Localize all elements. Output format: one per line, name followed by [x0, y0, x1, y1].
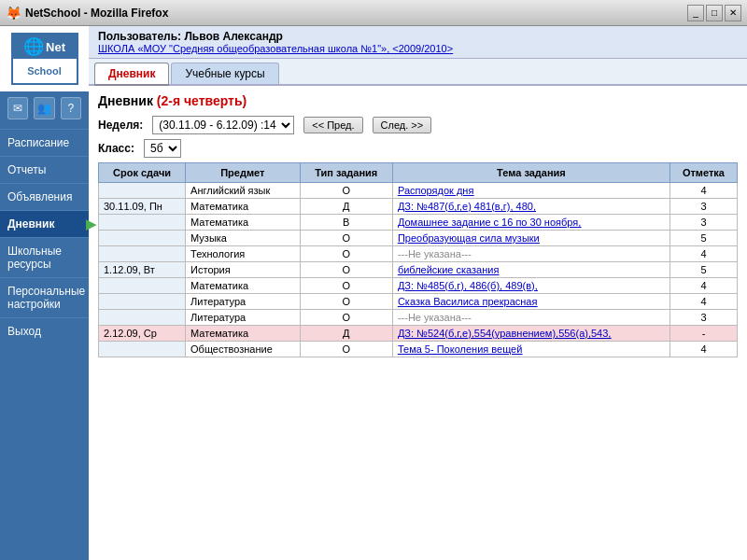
cell-type: В: [300, 215, 392, 231]
content-area: Дневник (2-я четверть) Неделя: (30.11.09…: [89, 86, 747, 560]
table-row: ЛитератураОСказка Василиса прекрасная4: [99, 294, 738, 310]
table-row: МатематикаОДЗ: №485(б,г), 486(б), 489(в)…: [99, 278, 738, 294]
cell-type: О: [300, 294, 392, 310]
table-row: Английский языкОРаспорядок дня4: [99, 183, 738, 199]
topic-link[interactable]: ДЗ: №524(б,г,е),554(уравнением),556(а),5…: [398, 328, 612, 339]
header: Пользователь: Львов Александр ШКОЛА «МОУ…: [89, 26, 747, 59]
sidebar-item-announcements[interactable]: Объявления: [0, 183, 89, 210]
cell-topic[interactable]: ДЗ: №524(б,г,е),554(уравнением),556(а),5…: [392, 326, 669, 342]
week-label: Неделя:: [98, 119, 143, 132]
cell-grade: 5: [669, 231, 737, 246]
col-date: Срок сдачи: [99, 163, 186, 183]
cell-subject: Математика: [186, 199, 300, 215]
cell-topic[interactable]: Сказка Василиса прекрасная: [392, 294, 669, 310]
cell-date: 1.12.09, Вт: [99, 262, 186, 278]
sidebar-label-reports: Отчеты: [7, 163, 46, 176]
tab-courses[interactable]: Учебные курсы: [171, 63, 278, 84]
user-name: Пользователь: Львов Александр: [98, 30, 738, 43]
sidebar-item-logout[interactable]: Выход: [0, 317, 89, 344]
cell-subject: История: [186, 262, 300, 278]
table-row: МатематикаВДомашнее задание с 16 по 30 н…: [99, 215, 738, 231]
prev-week-button[interactable]: << Пред.: [303, 117, 362, 133]
cell-type: О: [300, 278, 392, 294]
cell-type: О: [300, 231, 392, 246]
sidebar-item-diary[interactable]: Дневник: [0, 210, 89, 237]
class-controls: Класс: 5б: [98, 139, 738, 158]
cell-date: [99, 278, 186, 294]
app-container: 🌐 Net School ✉ 👥 ? Расписание Отчеты Объ…: [0, 26, 747, 560]
cell-date: [99, 215, 186, 231]
cell-date: [99, 342, 186, 357]
minimize-button[interactable]: _: [687, 5, 704, 21]
maximize-button[interactable]: □: [706, 5, 723, 21]
sidebar-menu: Расписание Отчеты Объявления Дневник Шко…: [0, 129, 89, 344]
sidebar-label-schedule: Расписание: [7, 136, 69, 149]
cell-date: [99, 183, 186, 199]
page-title: Дневник (2-я четверть): [98, 93, 738, 108]
cell-subject: Технология: [186, 246, 300, 262]
topic-link[interactable]: ДЗ: №485(б,г), 486(б), 489(в),: [398, 280, 538, 291]
cell-subject: Математика: [186, 278, 300, 294]
cell-grade: 3: [669, 199, 737, 215]
cell-grade: 5: [669, 262, 737, 278]
class-select[interactable]: 5б: [144, 139, 181, 158]
cell-date: [99, 231, 186, 246]
cell-topic[interactable]: ДЗ: №485(б,г), 486(б), 489(в),: [392, 278, 669, 294]
cell-topic[interactable]: Преобразующая сила музыки: [392, 231, 669, 246]
table-body: Английский языкОРаспорядок дня430.11.09,…: [99, 183, 738, 357]
help-icon[interactable]: ?: [61, 97, 81, 119]
col-subject: Предмет: [186, 163, 300, 183]
class-label: Класс:: [98, 142, 134, 155]
cell-grade: 4: [669, 183, 737, 199]
col-topic: Тема задания: [392, 163, 669, 183]
topic-link[interactable]: Распорядок дня: [398, 185, 473, 196]
table-header: Срок сдачи Предмет Тип задания Тема зада…: [99, 163, 738, 183]
cell-subject: Литература: [186, 310, 300, 326]
cell-grade: 3: [669, 310, 737, 326]
cell-topic[interactable]: библейские сказания: [392, 262, 669, 278]
logo-net-text: Net: [46, 40, 65, 54]
next-week-button[interactable]: След. >>: [373, 117, 432, 133]
sidebar-item-settings[interactable]: Персональные настройки: [0, 277, 89, 317]
cell-topic[interactable]: Тема 5- Поколения вещей: [392, 342, 669, 357]
sidebar: 🌐 Net School ✉ 👥 ? Расписание Отчеты Объ…: [0, 26, 89, 560]
cell-date: 2.12.09, Ср: [99, 326, 186, 342]
topic-link[interactable]: ДЗ: №487(б,г,е) 481(в,г), 480,: [398, 201, 536, 212]
cell-grade: -: [669, 326, 737, 342]
logo-top: 🌐 Net: [13, 35, 77, 59]
sidebar-item-reports[interactable]: Отчеты: [0, 156, 89, 183]
logo-bottom: School: [13, 59, 77, 83]
tab-diary-label: Дневник: [108, 67, 155, 80]
sidebar-icon-bar: ✉ 👥 ?: [0, 91, 89, 125]
cell-topic[interactable]: Распорядок дня: [392, 183, 669, 199]
diary-table: Срок сдачи Предмет Тип задания Тема зада…: [98, 162, 738, 357]
cell-type: Д: [300, 199, 392, 215]
topic-link[interactable]: Преобразующая сила музыки: [398, 232, 540, 244]
topic-link[interactable]: Сказка Василиса прекрасная: [398, 296, 538, 307]
tab-diary[interactable]: Дневник: [94, 63, 169, 86]
cell-subject: Литература: [186, 294, 300, 310]
sidebar-item-resources[interactable]: Школьные ресурсы: [0, 237, 89, 277]
cell-grade: 4: [669, 278, 737, 294]
topic-link[interactable]: Тема 5- Поколения вещей: [398, 343, 522, 355]
window-title: NetSchool - Mozilla Firefox: [25, 7, 687, 20]
cell-date: [99, 294, 186, 310]
cell-subject: Обществознание: [186, 342, 300, 357]
cell-topic[interactable]: ДЗ: №487(б,г,е) 481(в,г), 480,: [392, 199, 669, 215]
col-grade: Отметка: [669, 163, 737, 183]
close-button[interactable]: ✕: [725, 5, 741, 21]
logo-area: 🌐 Net School: [0, 26, 89, 91]
school-link[interactable]: ШКОЛА «МОУ "Средняя общеобразовательная …: [98, 43, 738, 54]
cell-subject: Математика: [186, 215, 300, 231]
sidebar-label-resources: Школьные ресурсы: [7, 245, 62, 271]
mail-icon[interactable]: ✉: [7, 97, 28, 119]
topic-link[interactable]: Домашнее задание с 16 по 30 ноября,: [398, 217, 581, 228]
cell-date: [99, 246, 186, 262]
week-select[interactable]: (30.11.09 - 6.12.09) :14: [152, 116, 294, 134]
cell-topic[interactable]: Домашнее задание с 16 по 30 ноября,: [392, 215, 669, 231]
users-icon[interactable]: 👥: [34, 97, 54, 119]
sidebar-item-schedule[interactable]: Расписание: [0, 129, 89, 156]
logo: 🌐 Net School: [11, 33, 78, 85]
titlebar: 🦊 NetSchool - Mozilla Firefox _ □ ✕: [0, 0, 747, 26]
topic-link[interactable]: библейские сказания: [398, 264, 499, 275]
